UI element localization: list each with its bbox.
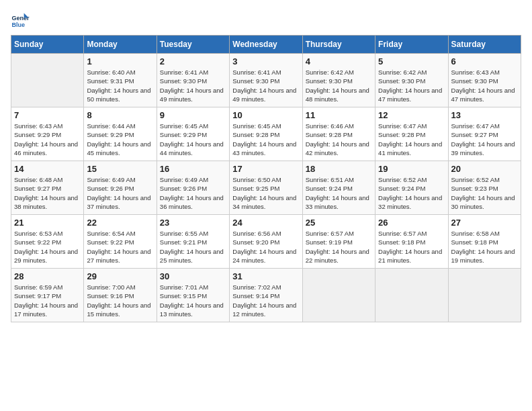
day-number: 26 bbox=[378, 218, 445, 228]
cell-info: Sunrise: 6:41 AMSunset: 9:30 PMDaylight:… bbox=[232, 68, 299, 103]
cell-info: Sunrise: 6:52 AMSunset: 9:23 PMDaylight:… bbox=[451, 175, 518, 211]
weekday-header-tuesday: Tuesday bbox=[157, 36, 229, 54]
calendar-cell bbox=[302, 269, 375, 322]
logo-icon: General Blue bbox=[11, 11, 30, 30]
calendar-cell: 27Sunrise: 6:58 AMSunset: 9:18 PMDayligh… bbox=[448, 215, 521, 269]
day-number: 30 bbox=[160, 271, 226, 281]
day-number: 18 bbox=[306, 164, 372, 174]
cell-info: Sunrise: 6:43 AMSunset: 9:29 PMDaylight:… bbox=[14, 122, 81, 157]
cell-info: Sunrise: 6:49 AMSunset: 9:26 PMDaylight:… bbox=[87, 175, 153, 211]
calendar-cell: 18Sunrise: 6:51 AMSunset: 9:24 PMDayligh… bbox=[302, 161, 375, 215]
calendar-cell: 15Sunrise: 6:49 AMSunset: 9:26 PMDayligh… bbox=[84, 161, 157, 215]
day-number: 31 bbox=[232, 271, 299, 281]
day-number: 7 bbox=[14, 110, 81, 120]
day-number: 28 bbox=[14, 271, 81, 281]
calendar-cell bbox=[375, 269, 448, 322]
calendar-cell: 26Sunrise: 6:57 AMSunset: 9:18 PMDayligh… bbox=[375, 215, 448, 269]
cell-info: Sunrise: 6:56 AMSunset: 9:20 PMDaylight:… bbox=[232, 229, 299, 265]
day-number: 5 bbox=[378, 56, 445, 66]
calendar-cell: 2Sunrise: 6:41 AMSunset: 9:30 PMDaylight… bbox=[157, 54, 229, 107]
calendar-cell: 19Sunrise: 6:52 AMSunset: 9:24 PMDayligh… bbox=[375, 161, 448, 215]
calendar-cell: 4Sunrise: 6:42 AMSunset: 9:30 PMDaylight… bbox=[302, 54, 375, 107]
calendar-cell: 8Sunrise: 6:44 AMSunset: 9:29 PMDaylight… bbox=[84, 107, 157, 161]
cell-info: Sunrise: 6:42 AMSunset: 9:30 PMDaylight:… bbox=[378, 68, 445, 103]
day-number: 4 bbox=[306, 56, 372, 66]
cell-info: Sunrise: 6:54 AMSunset: 9:22 PMDaylight:… bbox=[87, 229, 153, 265]
cell-info: Sunrise: 6:47 AMSunset: 9:28 PMDaylight:… bbox=[378, 122, 445, 157]
calendar-cell: 3Sunrise: 6:41 AMSunset: 9:30 PMDaylight… bbox=[230, 54, 302, 107]
logo: General Blue bbox=[11, 11, 32, 30]
day-number: 23 bbox=[160, 218, 226, 228]
day-number: 15 bbox=[87, 164, 153, 174]
day-number: 25 bbox=[306, 218, 372, 228]
calendar-cell: 12Sunrise: 6:47 AMSunset: 9:28 PMDayligh… bbox=[375, 107, 448, 161]
day-number: 13 bbox=[451, 110, 518, 120]
weekday-header-sunday: Sunday bbox=[11, 36, 84, 54]
cell-info: Sunrise: 7:01 AMSunset: 9:15 PMDaylight:… bbox=[160, 283, 226, 318]
cell-info: Sunrise: 6:49 AMSunset: 9:26 PMDaylight:… bbox=[160, 175, 226, 211]
cell-info: Sunrise: 6:58 AMSunset: 9:18 PMDaylight:… bbox=[451, 229, 518, 265]
day-number: 20 bbox=[451, 164, 518, 174]
calendar-cell: 22Sunrise: 6:54 AMSunset: 9:22 PMDayligh… bbox=[84, 215, 157, 269]
cell-info: Sunrise: 7:00 AMSunset: 9:16 PMDaylight:… bbox=[87, 283, 153, 318]
svg-text:Blue: Blue bbox=[11, 21, 25, 28]
day-number: 12 bbox=[378, 110, 445, 120]
calendar-cell: 28Sunrise: 6:59 AMSunset: 9:17 PMDayligh… bbox=[11, 269, 84, 322]
weekday-header-thursday: Thursday bbox=[302, 36, 375, 54]
calendar-cell: 7Sunrise: 6:43 AMSunset: 9:29 PMDaylight… bbox=[11, 107, 84, 161]
cell-info: Sunrise: 7:02 AMSunset: 9:14 PMDaylight:… bbox=[232, 283, 299, 318]
calendar-cell: 17Sunrise: 6:50 AMSunset: 9:25 PMDayligh… bbox=[230, 161, 302, 215]
cell-info: Sunrise: 6:55 AMSunset: 9:21 PMDaylight:… bbox=[160, 229, 226, 265]
weekday-header-monday: Monday bbox=[84, 36, 157, 54]
calendar-cell bbox=[11, 54, 84, 107]
day-number: 29 bbox=[87, 271, 153, 281]
cell-info: Sunrise: 6:59 AMSunset: 9:17 PMDaylight:… bbox=[14, 283, 81, 318]
calendar-cell: 9Sunrise: 6:45 AMSunset: 9:29 PMDaylight… bbox=[157, 107, 229, 161]
cell-info: Sunrise: 6:47 AMSunset: 9:27 PMDaylight:… bbox=[451, 122, 518, 157]
cell-info: Sunrise: 6:57 AMSunset: 9:19 PMDaylight:… bbox=[306, 229, 372, 265]
cell-info: Sunrise: 6:57 AMSunset: 9:18 PMDaylight:… bbox=[378, 229, 445, 265]
cell-info: Sunrise: 6:52 AMSunset: 9:24 PMDaylight:… bbox=[378, 175, 445, 211]
cell-info: Sunrise: 6:43 AMSunset: 9:30 PMDaylight:… bbox=[451, 68, 518, 103]
calendar-cell: 24Sunrise: 6:56 AMSunset: 9:20 PMDayligh… bbox=[230, 215, 302, 269]
cell-info: Sunrise: 6:41 AMSunset: 9:30 PMDaylight:… bbox=[160, 68, 226, 103]
calendar-cell: 11Sunrise: 6:46 AMSunset: 9:28 PMDayligh… bbox=[302, 107, 375, 161]
day-number: 9 bbox=[160, 110, 226, 120]
calendar-cell: 20Sunrise: 6:52 AMSunset: 9:23 PMDayligh… bbox=[448, 161, 521, 215]
cell-info: Sunrise: 6:51 AMSunset: 9:24 PMDaylight:… bbox=[306, 175, 372, 211]
day-number: 6 bbox=[451, 56, 518, 66]
calendar-table: SundayMondayTuesdayWednesdayThursdayFrid… bbox=[11, 35, 521, 322]
day-number: 2 bbox=[160, 56, 226, 66]
cell-info: Sunrise: 6:53 AMSunset: 9:22 PMDaylight:… bbox=[14, 229, 81, 265]
day-number: 3 bbox=[232, 56, 299, 66]
calendar-cell: 6Sunrise: 6:43 AMSunset: 9:30 PMDaylight… bbox=[448, 54, 521, 107]
day-number: 19 bbox=[378, 164, 445, 174]
calendar-cell: 5Sunrise: 6:42 AMSunset: 9:30 PMDaylight… bbox=[375, 54, 448, 107]
calendar-cell: 1Sunrise: 6:40 AMSunset: 9:31 PMDaylight… bbox=[84, 54, 157, 107]
day-number: 24 bbox=[232, 218, 299, 228]
weekday-header-wednesday: Wednesday bbox=[230, 36, 302, 54]
calendar-cell: 13Sunrise: 6:47 AMSunset: 9:27 PMDayligh… bbox=[448, 107, 521, 161]
cell-info: Sunrise: 6:40 AMSunset: 9:31 PMDaylight:… bbox=[87, 68, 153, 103]
calendar-cell: 10Sunrise: 6:45 AMSunset: 9:28 PMDayligh… bbox=[230, 107, 302, 161]
calendar-cell: 14Sunrise: 6:48 AMSunset: 9:27 PMDayligh… bbox=[11, 161, 84, 215]
calendar-cell: 23Sunrise: 6:55 AMSunset: 9:21 PMDayligh… bbox=[157, 215, 229, 269]
cell-info: Sunrise: 6:46 AMSunset: 9:28 PMDaylight:… bbox=[306, 122, 372, 157]
calendar-cell: 30Sunrise: 7:01 AMSunset: 9:15 PMDayligh… bbox=[157, 269, 229, 322]
day-number: 21 bbox=[14, 218, 81, 228]
cell-info: Sunrise: 6:48 AMSunset: 9:27 PMDaylight:… bbox=[14, 175, 81, 211]
cell-info: Sunrise: 6:50 AMSunset: 9:25 PMDaylight:… bbox=[232, 175, 299, 211]
weekday-header-friday: Friday bbox=[375, 36, 448, 54]
day-number: 22 bbox=[87, 218, 153, 228]
calendar-cell: 16Sunrise: 6:49 AMSunset: 9:26 PMDayligh… bbox=[157, 161, 229, 215]
cell-info: Sunrise: 6:42 AMSunset: 9:30 PMDaylight:… bbox=[306, 68, 372, 103]
weekday-header-saturday: Saturday bbox=[448, 36, 521, 54]
day-number: 8 bbox=[87, 110, 153, 120]
day-number: 11 bbox=[306, 110, 372, 120]
calendar-cell: 21Sunrise: 6:53 AMSunset: 9:22 PMDayligh… bbox=[11, 215, 84, 269]
day-number: 10 bbox=[232, 110, 299, 120]
calendar-cell: 31Sunrise: 7:02 AMSunset: 9:14 PMDayligh… bbox=[230, 269, 302, 322]
day-number: 17 bbox=[232, 164, 299, 174]
day-number: 27 bbox=[451, 218, 518, 228]
cell-info: Sunrise: 6:44 AMSunset: 9:29 PMDaylight:… bbox=[87, 122, 153, 157]
